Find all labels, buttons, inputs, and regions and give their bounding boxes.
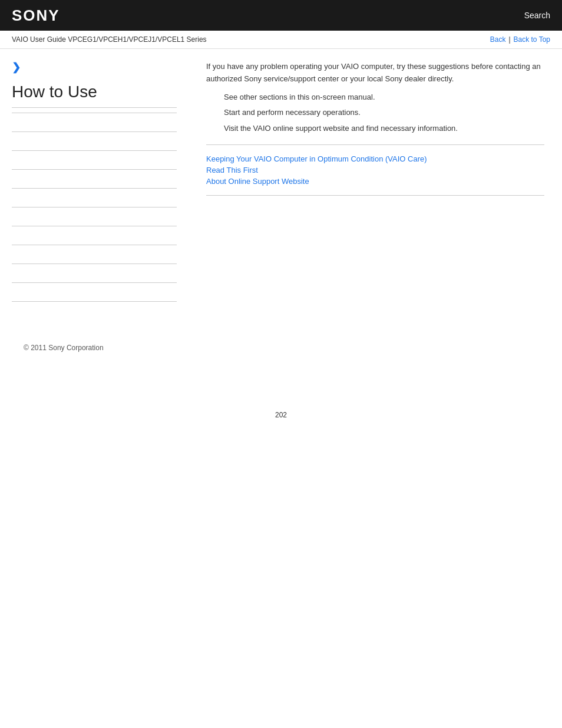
- sony-logo: SONY: [12, 6, 60, 25]
- content-list: See other sections in this on-screen man…: [224, 91, 544, 135]
- search-button[interactable]: Search: [524, 11, 550, 20]
- back-to-top-link[interactable]: Back to Top: [514, 35, 550, 44]
- copyright-text: © 2011 Sony Corporation: [24, 344, 104, 352]
- nav-separator: |: [508, 35, 510, 44]
- breadcrumb: VAIO User Guide VPCEG1/VPCEH1/VPCEJ1/VPC…: [12, 35, 207, 44]
- sidebar-item[interactable]: [12, 263, 177, 282]
- main-content: ❯ How to Use © 2011 Sony Corporation If …: [0, 49, 562, 375]
- sidebar-item[interactable]: [12, 113, 177, 131]
- nav-bar: VAIO User Guide VPCEG1/VPCEH1/VPCEJ1/VPC…: [0, 31, 562, 49]
- back-link[interactable]: Back: [490, 35, 506, 44]
- list-item: Visit the VAIO online support website an…: [224, 123, 544, 135]
- list-item: Start and perform necessary operations.: [224, 107, 544, 119]
- sidebar-top-section: ❯ How to Use: [12, 61, 177, 108]
- page-number: 202: [0, 399, 562, 431]
- sidebar: ❯ How to Use © 2011 Sony Corporation: [0, 49, 189, 375]
- content-intro: If you have any problem operating your V…: [206, 61, 544, 85]
- section-title: How to Use: [12, 83, 177, 101]
- sidebar-divider: [12, 107, 177, 108]
- chevron-right-icon: ❯: [12, 61, 177, 74]
- header: SONY Search: [0, 0, 562, 31]
- content-area: If you have any problem operating your V…: [189, 49, 562, 375]
- sidebar-item[interactable]: [12, 282, 177, 301]
- read-this-first-link[interactable]: Read This First: [206, 166, 544, 174]
- content-divider-bottom: [206, 195, 544, 196]
- sidebar-item[interactable]: [12, 226, 177, 245]
- sidebar-item[interactable]: [12, 169, 177, 188]
- sidebar-item[interactable]: [12, 207, 177, 226]
- sidebar-item[interactable]: [12, 131, 177, 150]
- footer: © 2011 Sony Corporation: [12, 332, 177, 364]
- sidebar-item[interactable]: [12, 150, 177, 169]
- list-item-text: Visit the VAIO online support website an…: [224, 124, 458, 133]
- links-section: Keeping Your VAIO Computer in Optimum Co…: [206, 154, 544, 186]
- sidebar-item[interactable]: [12, 188, 177, 207]
- list-item: See other sections in this on-screen man…: [224, 91, 544, 104]
- content-divider-top: [206, 144, 544, 145]
- list-item-text: Start and perform necessary operations.: [224, 108, 361, 117]
- sidebar-item[interactable]: [12, 301, 177, 320]
- online-support-link[interactable]: About Online Support Website: [206, 177, 544, 186]
- list-item-text: See other sections in this on-screen man…: [224, 93, 375, 101]
- nav-links: Back | Back to Top: [490, 35, 550, 44]
- sidebar-item[interactable]: [12, 245, 177, 263]
- vaio-care-link[interactable]: Keeping Your VAIO Computer in Optimum Co…: [206, 154, 544, 163]
